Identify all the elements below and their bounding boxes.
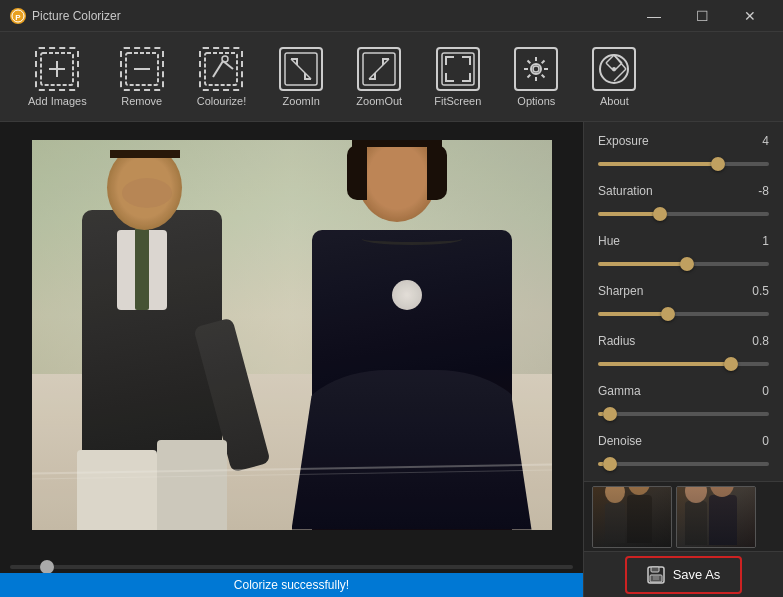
save-as-button[interactable]: Save As — [625, 556, 743, 594]
slider-input-gamma[interactable] — [598, 412, 769, 416]
main-photo — [32, 140, 552, 530]
zoom-out-tool[interactable]: ZoomOut — [344, 41, 414, 113]
fit-screen-tool[interactable]: FitScreen — [422, 41, 493, 113]
title-bar-left: P Picture Colorizer — [10, 8, 121, 24]
about-tool[interactable]: About — [579, 41, 649, 113]
add-images-label: Add Images — [28, 95, 87, 107]
colourize-tool[interactable]: Colourize! — [185, 41, 259, 113]
slider-row-denoise: Denoise 0 — [598, 434, 769, 470]
slider-row-sharpen: Sharpen 0.5 — [598, 284, 769, 320]
svg-rect-24 — [651, 567, 659, 572]
zoom-out-icon — [357, 47, 401, 91]
slider-value-saturation: -8 — [741, 184, 769, 198]
slider-name-exposure: Exposure — [598, 134, 649, 148]
thumb-img-1 — [593, 487, 671, 547]
save-area: Save As — [584, 551, 783, 597]
slider-header-gamma: Gamma 0 — [598, 384, 769, 398]
slider-name-denoise: Denoise — [598, 434, 642, 448]
image-slider-thumb[interactable] — [40, 560, 54, 574]
svg-text:P: P — [15, 12, 21, 21]
remove-label: Remove — [121, 95, 162, 107]
title-bar-controls: — ☐ ✕ — [631, 0, 773, 32]
zoom-in-icon — [279, 47, 323, 91]
remove-tool[interactable]: Remove — [107, 41, 177, 113]
app-icon: P — [10, 8, 26, 24]
add-images-tool[interactable]: Add Images — [16, 41, 99, 113]
slider-header-exposure: Exposure 4 — [598, 134, 769, 148]
about-label: About — [600, 95, 629, 107]
thumbnails-area — [584, 481, 783, 551]
slider-value-denoise: 0 — [741, 434, 769, 448]
options-tool[interactable]: Options — [501, 41, 571, 113]
slider-input-denoise[interactable] — [598, 462, 769, 466]
slider-input-exposure[interactable] — [598, 162, 769, 166]
slider-input-saturation[interactable] — [598, 212, 769, 216]
thumbnail-1[interactable] — [592, 486, 672, 548]
slider-value-hue: 1 — [741, 234, 769, 248]
slider-name-gamma: Gamma — [598, 384, 641, 398]
options-icon — [514, 47, 558, 91]
svg-point-10 — [222, 56, 228, 62]
about-icon — [592, 47, 636, 91]
svg-line-12 — [291, 59, 311, 79]
thumbnail-2[interactable] — [676, 486, 756, 548]
remove-icon — [120, 47, 164, 91]
image-slider[interactable] — [0, 563, 583, 571]
slider-header-sharpen: Sharpen 0.5 — [598, 284, 769, 298]
slider-value-gamma: 0 — [741, 384, 769, 398]
slider-row-exposure: Exposure 4 — [598, 134, 769, 170]
title-bar: P Picture Colorizer — ☐ ✕ — [0, 0, 783, 32]
slider-input-radius[interactable] — [598, 362, 769, 366]
slider-name-saturation: Saturation — [598, 184, 653, 198]
close-button[interactable]: ✕ — [727, 0, 773, 32]
slider-header-saturation: Saturation -8 — [598, 184, 769, 198]
slider-name-radius: Radius — [598, 334, 635, 348]
minimize-button[interactable]: — — [631, 0, 677, 32]
svg-line-14 — [369, 59, 389, 79]
slider-name-sharpen: Sharpen — [598, 284, 643, 298]
save-as-label: Save As — [673, 567, 721, 582]
slider-header-hue: Hue 1 — [598, 234, 769, 248]
slider-header-radius: Radius 0.8 — [598, 334, 769, 348]
slider-value-exposure: 4 — [741, 134, 769, 148]
photo-container — [0, 122, 583, 547]
zoom-out-label: ZoomOut — [356, 95, 402, 107]
zoom-in-label: ZoomIn — [283, 95, 320, 107]
add-images-icon — [35, 47, 79, 91]
slider-value-radius: 0.8 — [741, 334, 769, 348]
zoom-in-tool[interactable]: ZoomIn — [266, 41, 336, 113]
slider-header-denoise: Denoise 0 — [598, 434, 769, 448]
main-area: Colorize successfully! Exposure 4 Satura… — [0, 122, 783, 597]
app-title: Picture Colorizer — [32, 9, 121, 23]
slider-row-hue: Hue 1 — [598, 234, 769, 270]
slider-input-hue[interactable] — [598, 262, 769, 266]
colourize-label: Colourize! — [197, 95, 247, 107]
fit-screen-label: FitScreen — [434, 95, 481, 107]
save-icon — [647, 566, 665, 584]
svg-point-17 — [533, 66, 539, 72]
slider-row-radius: Radius 0.8 — [598, 334, 769, 370]
fit-screen-icon — [436, 47, 480, 91]
svg-line-8 — [213, 61, 223, 77]
toolbar: Add Images Remove Colourize! — [0, 32, 783, 122]
options-label: Options — [517, 95, 555, 107]
slider-row-saturation: Saturation -8 — [598, 184, 769, 220]
slider-value-sharpen: 0.5 — [741, 284, 769, 298]
image-area: Colorize successfully! — [0, 122, 583, 597]
status-text: Colorize successfully! — [234, 578, 349, 592]
slider-input-sharpen[interactable] — [598, 312, 769, 316]
slider-name-hue: Hue — [598, 234, 620, 248]
right-panel: Exposure 4 Saturation -8 Hue 1 Sharpen 0… — [583, 122, 783, 597]
maximize-button[interactable]: ☐ — [679, 0, 725, 32]
thumb-img-2 — [677, 487, 755, 547]
colourize-icon — [199, 47, 243, 91]
status-bar: Colorize successfully! — [0, 573, 583, 597]
slider-row-gamma: Gamma 0 — [598, 384, 769, 420]
sliders-area: Exposure 4 Saturation -8 Hue 1 Sharpen 0… — [584, 122, 783, 481]
